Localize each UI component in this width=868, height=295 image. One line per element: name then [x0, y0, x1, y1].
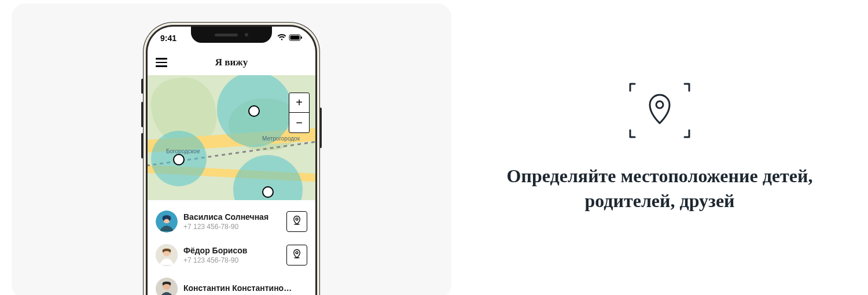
- map-zoom-control: + −: [289, 93, 310, 133]
- phone-showcase-panel: 9:41 Я вижу Богородско: [12, 3, 451, 295]
- svg-point-8: [296, 252, 298, 254]
- avatar: [156, 278, 178, 295]
- location-pin-icon: [292, 249, 302, 261]
- contact-name: Константин Константино…: [183, 283, 307, 293]
- map-label: Богородское: [166, 148, 200, 154]
- location-focus-icon: [628, 82, 692, 142]
- contact-phone: +7 123 456-78-90: [183, 256, 286, 264]
- map-label: Метрогородок: [262, 135, 300, 142]
- locate-button[interactable]: [286, 211, 307, 232]
- avatar: [156, 244, 178, 266]
- map-pin[interactable]: [248, 105, 260, 117]
- wifi-icon: [277, 34, 286, 43]
- contact-name: Василиса Солнечная: [183, 212, 286, 222]
- contacts-list: Василиса Солнечная +7 123 456-78-90 Фёдо…: [148, 200, 315, 295]
- avatar: [156, 211, 178, 233]
- app-title: Я вижу: [156, 57, 307, 68]
- svg-point-11: [656, 101, 663, 108]
- phone-side-button: [141, 133, 144, 158]
- status-bar: 9:41: [148, 34, 315, 43]
- map-view[interactable]: Богородское Метрогородок + −: [148, 75, 315, 200]
- list-item[interactable]: Константин Константино…: [156, 272, 307, 295]
- app-header: Я вижу: [148, 50, 315, 75]
- svg-rect-2: [301, 36, 302, 39]
- status-icons: [277, 34, 303, 43]
- battery-icon: [289, 34, 303, 43]
- locate-button[interactable]: [286, 245, 307, 266]
- map-pin[interactable]: [173, 154, 185, 165]
- feature-description-panel: Определяйте местоположение детей, родите…: [451, 0, 868, 295]
- contact-name: Фёдор Борисов: [183, 246, 286, 255]
- zoom-in-button[interactable]: +: [289, 93, 309, 113]
- svg-rect-1: [290, 35, 300, 39]
- list-item[interactable]: Василиса Солнечная +7 123 456-78-90: [156, 205, 307, 238]
- zoom-out-button[interactable]: −: [289, 113, 309, 132]
- phone-side-button: [319, 108, 322, 148]
- location-pin-icon: [292, 215, 302, 228]
- map-pin[interactable]: [262, 186, 274, 198]
- svg-point-5: [296, 218, 298, 220]
- phone-side-button: [141, 102, 144, 127]
- phone-side-button: [141, 79, 144, 94]
- contact-phone: +7 123 456-78-90: [183, 223, 286, 231]
- list-item[interactable]: Фёдор Борисов +7 123 456-78-90: [156, 238, 307, 272]
- phone-mockup: 9:41 Я вижу Богородско: [148, 27, 315, 295]
- status-time: 9:41: [160, 34, 176, 43]
- feature-title: Определяйте местоположение детей, родите…: [486, 164, 833, 213]
